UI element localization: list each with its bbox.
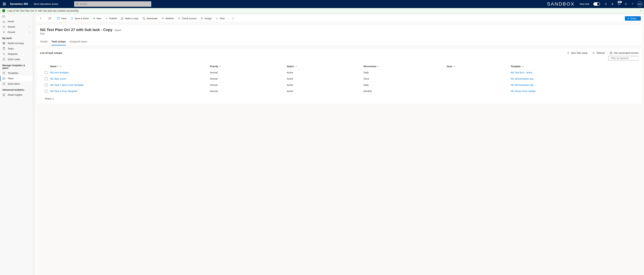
page-title: NG Test Plan Oct 27 with Sub task - Copy (40, 28, 112, 32)
svg-text:?: ? (632, 3, 633, 5)
col-priority[interactable]: Priority (210, 65, 287, 68)
nav-retail-summary[interactable]: Retail summary (0, 40, 33, 46)
overflow-button[interactable] (231, 16, 235, 21)
col-recurrence[interactable]: Recurrence (364, 65, 446, 68)
save-button[interactable]: Save (56, 16, 68, 21)
nav-pinned[interactable]: Pinned (0, 29, 33, 35)
publish-button[interactable]: Publish (104, 16, 119, 21)
table-row[interactable]: NG form template Normal Active Daily NG … (40, 69, 638, 76)
back-button[interactable] (38, 16, 44, 21)
svg-point-46 (201, 17, 202, 18)
hamburger-icon[interactable] (0, 14, 33, 19)
row-status: Active (287, 71, 364, 74)
nav-label: Quick notes (8, 58, 20, 61)
nav-home[interactable]: Home (0, 19, 33, 24)
nav-label: Pinned (8, 31, 15, 33)
svg-line-1 (78, 4, 78, 5)
row-template-link[interactable]: NG Womenswear spo... (510, 77, 638, 80)
nav-label: Requests (8, 53, 18, 55)
sandbox-label: SANDBOX (544, 1, 578, 7)
user-avatar[interactable]: MS (637, 1, 643, 7)
nav-quickplans[interactable]: Quick plans (0, 81, 33, 86)
svg-rect-40 (122, 17, 123, 19)
svg-point-7 (626, 3, 626, 4)
flow-button[interactable]: Flow (214, 16, 230, 21)
check-access-button[interactable]: Check Access (176, 16, 198, 21)
deactivate-button[interactable]: Deactivate (141, 16, 159, 21)
row-checkbox[interactable] (45, 90, 48, 92)
svg-rect-37 (71, 18, 72, 19)
see-associated-button[interactable]: See associated records (610, 52, 638, 54)
row-recurrence: Daily (364, 84, 446, 86)
tab-details[interactable]: Details (40, 39, 48, 45)
product-brand[interactable]: Dynamics 365 (8, 2, 31, 5)
assign-button[interactable]: Assign (199, 16, 213, 21)
row-checkbox[interactable] (45, 71, 48, 74)
table-row[interactable]: NG Task 2 Spot Count Template Normal Act… (40, 82, 638, 88)
row-template-link[interactable]: NG Test form - branc... (510, 71, 638, 74)
new-look-toggle[interactable] (593, 2, 600, 6)
table-row[interactable]: NG Task 3 Price Template Normal Active M… (40, 88, 638, 94)
table-row[interactable]: NG Spot Count Normal Active Once NG Wome… (40, 76, 638, 82)
app-launcher-icon[interactable] (1, 1, 8, 7)
cmd-label: Deactivate (146, 17, 158, 20)
chevron-down-icon (227, 18, 229, 19)
lightbulb-icon[interactable] (602, 0, 609, 8)
row-recurrence: Once (364, 77, 446, 80)
col-zone[interactable]: Zone (446, 65, 510, 68)
chevron-down-icon (219, 65, 221, 68)
nav-label: Retail insights (8, 93, 22, 96)
nav-templates[interactable]: Templates (0, 70, 33, 76)
nav-label: Retail summary (8, 42, 24, 44)
row-name-link[interactable]: NG Task 2 Spot Count Template (50, 84, 210, 86)
sidebar-scrollbar[interactable] (33, 13, 34, 275)
row-status: Active (287, 77, 364, 80)
nav-recent[interactable]: Recent (0, 24, 33, 29)
open-new-window-button[interactable] (46, 16, 53, 21)
col-status[interactable]: Status (287, 65, 364, 68)
svg-point-0 (76, 3, 78, 5)
row-checkbox[interactable] (45, 77, 48, 80)
refresh-button[interactable]: Refresh (160, 16, 176, 21)
col-name[interactable]: Name (50, 65, 210, 68)
cmd-label: Save & Close (75, 17, 89, 20)
entity-name: Plan (40, 32, 638, 35)
search-input[interactable] (74, 1, 151, 7)
col-template[interactable]: Template (510, 65, 638, 68)
cmd-label: Make a copy (125, 17, 138, 20)
nav-requests[interactable]: Requests (0, 51, 33, 57)
settings-icon[interactable] (622, 0, 629, 8)
row-name-link[interactable]: NG form template (50, 71, 210, 74)
row-name-link[interactable]: NG Spot Count (50, 77, 210, 80)
list-refresh-button[interactable]: Refresh (592, 52, 605, 54)
assistant-icon[interactable]: 99+ (616, 0, 622, 8)
save-status: - Saved (113, 29, 121, 31)
action-label: New Task setup (571, 52, 588, 54)
tab-assigned-stores[interactable]: Assigned stores (70, 39, 88, 45)
row-template-link[interactable]: NG Shoes Price Update (510, 90, 638, 92)
share-button[interactable]: Share (625, 16, 641, 21)
svg-point-48 (233, 18, 233, 19)
row-template-link[interactable]: NG Womenswear spo... (510, 84, 638, 86)
nav-plans[interactable]: Plans (0, 76, 33, 81)
row-checkbox[interactable] (45, 84, 48, 86)
new-task-setup-button[interactable]: New Task setup (567, 52, 588, 54)
add-icon[interactable] (609, 0, 616, 8)
chevron-down-icon (638, 18, 639, 19)
row-name-link[interactable]: NG Task 3 Price Template (50, 90, 210, 92)
banner-close-icon[interactable] (640, 9, 642, 12)
cmd-label: Assign (204, 17, 212, 20)
new-button[interactable]: New (91, 16, 103, 21)
save-close-button[interactable]: Save & Close (69, 16, 90, 21)
nav-tasks[interactable]: Tasks (0, 46, 33, 51)
make-copy-button[interactable]: Make a copy (120, 16, 140, 21)
nav-retail-insights[interactable]: Retail insights (0, 92, 33, 97)
nav-quicknotes[interactable]: Quick notes (0, 57, 33, 62)
filter-input[interactable] (611, 57, 640, 59)
app-name[interactable]: Store Operations Assist (31, 3, 61, 5)
help-icon[interactable]: ? (629, 0, 636, 8)
row-status: Active (287, 90, 364, 92)
svg-rect-16 (3, 42, 4, 43)
task-grid: Name Priority Status Recurrence Zone Tem… (40, 63, 638, 94)
tab-task-setups[interactable]: Task setups (52, 39, 66, 45)
